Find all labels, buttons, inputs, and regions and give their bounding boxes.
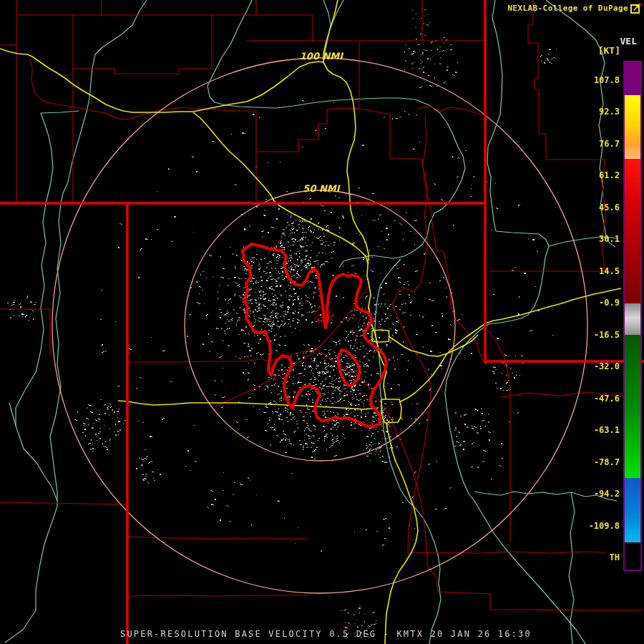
velocity-colorbar <box>623 61 642 571</box>
product-units-label: [KT] <box>598 45 620 56</box>
range-ring-50nmi-label: 50 NMI <box>289 183 353 194</box>
product-title: SUPER-RESOLUTION BASE VELOCITY 0.5 DEG -… <box>120 629 532 639</box>
highways-layer <box>0 0 621 644</box>
product-field-label: VEL <box>620 36 637 47</box>
brand-text: NEXLAB-College of DuPage <box>507 4 628 13</box>
radar-display: NEXLAB-College of DuPage VEL [KT] 100 NM… <box>0 0 644 644</box>
state-borders-layer <box>0 0 644 644</box>
antelope-island-outline <box>338 350 360 386</box>
colorbar-segment <box>625 159 640 303</box>
colorbar-segment <box>625 542 640 570</box>
great-salt-lake-outline <box>243 244 386 427</box>
colorbar-segment <box>625 303 640 335</box>
range-ring-100nmi <box>52 58 587 593</box>
colorbar-segment <box>625 95 640 159</box>
cod-arrow-icon <box>630 2 642 14</box>
colorbar-segment <box>625 335 640 478</box>
basemap <box>0 0 644 644</box>
rivers-layer <box>5 0 617 644</box>
range-ring-100nmi-label: 100 NMI <box>289 51 353 62</box>
colorbar-segment <box>625 62 640 95</box>
range-rings-layer <box>52 58 587 593</box>
brand-row: NEXLAB-College of DuPage <box>507 2 642 14</box>
colorbar-segment <box>625 478 640 542</box>
